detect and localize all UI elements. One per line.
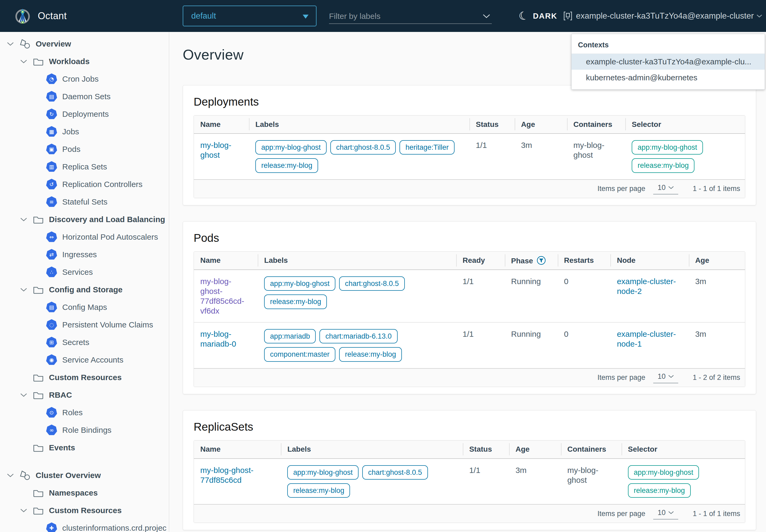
sidebar-item-custom-resources[interactable]: Custom Resources: [0, 502, 169, 519]
labels-list: app:my-blog-ghostchart:ghost-8.0.5releas…: [264, 276, 450, 309]
label-tag[interactable]: chart:mariadb-6.13.0: [319, 329, 397, 343]
labels-list: app:mariadbchart:mariadb-6.13.0component…: [264, 329, 450, 362]
dark-theme-toggle[interactable]: ☾ DARK: [519, 0, 557, 32]
sidebar-item-stateful-sets[interactable]: ≡Stateful Sets: [0, 193, 169, 211]
card-replicasets: ReplicaSetsNameLabelsStatusAgeContainers…: [183, 410, 756, 530]
label-tag[interactable]: heritage:Tiller: [399, 140, 455, 155]
sidebar-item-events[interactable]: Events: [0, 439, 169, 456]
namespace-select[interactable]: default: [183, 6, 317, 26]
sidebar-item-replication-controllers[interactable]: ↺Replication Controllers: [0, 176, 169, 193]
sidebar-item-config-maps[interactable]: ▤Config Maps: [0, 298, 169, 316]
resource-name-link[interactable]: my-blog-ghost: [200, 141, 231, 159]
sidebar-item-rbac[interactable]: RBAC: [0, 386, 169, 404]
column-header-name[interactable]: Name: [194, 252, 258, 270]
sidebar-item-persistent-volume-claims[interactable]: ◌Persistent Volume Claims: [0, 316, 169, 334]
context-menu-item[interactable]: kubernetes-admin@kubernetes: [572, 70, 765, 86]
chevron-down-icon[interactable]: [7, 473, 19, 477]
label-tag[interactable]: app:my-blog-ghost: [287, 465, 359, 480]
column-header-age[interactable]: Age: [509, 440, 561, 459]
label-tag[interactable]: chart:ghost-8.0.5: [330, 140, 396, 155]
sidebar-item-workloads[interactable]: Workloads: [0, 53, 169, 70]
svg-text:◔: ◔: [49, 76, 54, 82]
sidebar-item-roles[interactable]: ⊙Roles: [0, 404, 169, 421]
column-header-containers[interactable]: Containers: [567, 115, 626, 134]
sidebar-item-discovery-and-load-balancing[interactable]: Discovery and Load Balancing: [0, 211, 169, 228]
column-header-ready[interactable]: Ready: [456, 252, 505, 270]
label-tag[interactable]: app:my-blog-ghost: [264, 276, 335, 291]
column-header-selector[interactable]: Selector: [625, 115, 745, 134]
selector-tag[interactable]: app:my-blog-ghost: [628, 465, 699, 480]
resource-name-link[interactable]: my-blog-mariadb-0: [200, 330, 236, 348]
column-header-labels[interactable]: Labels: [258, 252, 456, 270]
cell-value: 1/1: [463, 277, 474, 286]
selector-tag[interactable]: release:my-blog: [628, 483, 691, 498]
chevron-down-icon[interactable]: [20, 217, 32, 222]
sidebar-item-horizontal-pod-autoscalers[interactable]: ⇔Horizontal Pod Autoscalers: [0, 228, 169, 246]
column-header-phase[interactable]: Phase: [505, 252, 558, 270]
sidebar-item-config-and-storage[interactable]: Config and Storage: [0, 281, 169, 298]
chevron-down-icon[interactable]: [20, 59, 32, 64]
sidebar-item-daemon-sets[interactable]: ▤Daemon Sets: [0, 88, 169, 105]
sidebar-item-service-accounts[interactable]: ◉Service Accounts: [0, 351, 169, 369]
k8s-icon: ∞: [45, 424, 58, 436]
sidebar-item-clusterinformations-crd-projec[interactable]: ✚clusterinformations.crd.projec: [0, 519, 169, 532]
column-header-node[interactable]: Node: [610, 252, 689, 270]
label-tag[interactable]: chart:ghost-8.0.5: [339, 276, 405, 291]
context-switcher[interactable]: example-cluster-ka3TuTzYo4a@example-clus…: [563, 0, 762, 32]
column-header-restarts[interactable]: Restarts: [558, 252, 611, 270]
cell-value: 1/1: [476, 141, 487, 149]
sidebar-item-pods[interactable]: ▣Pods: [0, 140, 169, 158]
sidebar-item-jobs[interactable]: ▦Jobs: [0, 123, 169, 140]
label-tag[interactable]: release:my-blog: [264, 294, 327, 309]
column-header-name[interactable]: Name: [194, 115, 249, 134]
page-size-select[interactable]: 10: [653, 372, 678, 383]
label-tag[interactable]: release:my-blog: [255, 158, 318, 173]
column-header-labels[interactable]: Labels: [249, 115, 469, 134]
filter-icon[interactable]: [537, 256, 546, 265]
column-header-age[interactable]: Age: [689, 252, 745, 270]
column-header-label: Labels: [287, 445, 311, 453]
label-tag[interactable]: chart:ghost-8.0.5: [362, 465, 428, 480]
column-header-status[interactable]: Status: [463, 440, 509, 459]
sidebar-item-secrets[interactable]: ⊞Secrets: [0, 334, 169, 351]
node-link[interactable]: example-cluster-node-2: [617, 277, 676, 296]
column-header-containers[interactable]: Containers: [561, 440, 622, 459]
selector-tag[interactable]: release:my-blog: [632, 158, 694, 173]
label-tag[interactable]: app:my-blog-ghost: [255, 140, 327, 155]
sidebar-item-replica-sets[interactable]: ▥Replica Sets: [0, 158, 169, 176]
label-tag[interactable]: component:master: [264, 347, 335, 361]
chevron-down-icon[interactable]: [20, 508, 32, 513]
label-tag[interactable]: release:my-blog: [339, 347, 402, 361]
chevron-down-icon[interactable]: [20, 393, 32, 397]
sidebar-item-label: Secrets: [62, 338, 89, 347]
sidebar-item-ingresses[interactable]: ⇄Ingresses: [0, 246, 169, 263]
label-tag[interactable]: app:mariadb: [264, 329, 316, 343]
sidebar-item-cluster-overview[interactable]: Cluster Overview: [0, 467, 169, 484]
chevron-down-icon[interactable]: [7, 42, 19, 46]
column-header-age[interactable]: Age: [515, 115, 567, 134]
node-link[interactable]: example-cluster-node-1: [617, 330, 676, 348]
octant-logo-icon: [14, 8, 31, 24]
sidebar-item-custom-resources[interactable]: Custom Resources: [0, 369, 169, 386]
sidebar-item-role-bindings[interactable]: ∞Role Bindings: [0, 421, 169, 439]
column-header-labels[interactable]: Labels: [281, 440, 463, 459]
folder-icon: [32, 373, 45, 382]
column-header-name[interactable]: Name: [194, 440, 281, 459]
label-tag[interactable]: release:my-blog: [287, 483, 350, 498]
page-size-select[interactable]: 10: [653, 183, 678, 194]
sidebar-item-overview[interactable]: Overview: [0, 35, 169, 53]
column-header-selector[interactable]: Selector: [622, 440, 745, 459]
resource-name-link[interactable]: my-blog-ghost-77df85c6cd-vf6dx: [200, 277, 244, 315]
sidebar-item-cron-jobs[interactable]: ◔Cron Jobs: [0, 70, 169, 88]
context-menu-item[interactable]: example-cluster-ka3TuTzYo4a@example-clu.…: [572, 54, 765, 70]
sidebar-item-namespaces[interactable]: Namespaces: [0, 484, 169, 502]
resource-name-link[interactable]: my-blog-ghost-77df85c6cd: [200, 466, 253, 484]
label-filter-input[interactable]: Filter by labels: [329, 9, 492, 24]
column-header-status[interactable]: Status: [469, 115, 515, 134]
sidebar-item-services[interactable]: ∴Services: [0, 263, 169, 281]
sidebar-item-deployments[interactable]: ↻Deployments: [0, 105, 169, 123]
selector-tag[interactable]: app:my-blog-ghost: [632, 140, 703, 155]
chevron-down-icon: [483, 14, 490, 18]
chevron-down-icon[interactable]: [20, 288, 32, 292]
page-size-select[interactable]: 10: [653, 508, 678, 519]
